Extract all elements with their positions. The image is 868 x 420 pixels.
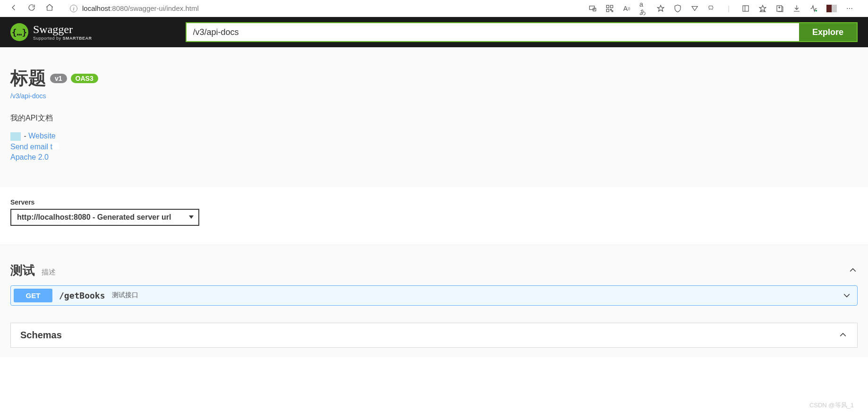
operation-path: /getBooks [59, 291, 105, 300]
favorites-list-icon[interactable] [758, 4, 767, 13]
license-link[interactable]: Apache 2.0 [10, 153, 49, 161]
swagger-logo[interactable]: {…} Swagger Supported by SMARTBEAR [10, 23, 92, 41]
svg-rect-4 [606, 9, 609, 11]
puzzle-icon[interactable] [707, 4, 716, 13]
schemas-section: Schemas [0, 323, 868, 357]
svg-rect-7 [743, 6, 749, 11]
info-section: 标题 v1 OAS3 /v3/api-docs 我的API文档 - Websit… [0, 47, 868, 187]
device-icon[interactable] [588, 4, 597, 13]
swagger-logo-sub: Supported by SMARTBEAR [33, 36, 92, 41]
v-icon[interactable] [690, 4, 699, 13]
collections-icon[interactable] [775, 4, 784, 13]
more-icon[interactable]: ⋯ [845, 4, 854, 13]
svg-rect-3 [611, 5, 613, 8]
shield-icon[interactable] [673, 4, 682, 13]
svg-point-13 [815, 9, 817, 11]
tag-header[interactable]: 测试 描述 [10, 262, 858, 279]
url-text: localhost:8080/swagger-ui/index.html [82, 4, 199, 12]
read-aloud-icon[interactable]: A)) [622, 4, 631, 13]
explore-form: Explore [186, 22, 858, 42]
operations-section: 测试 描述 GET /getBooks 测试接口 [0, 245, 868, 323]
website-link[interactable]: Website [28, 132, 56, 140]
browser-toolbar: i localhost:8080/swagger-ui/index.html A… [0, 0, 868, 17]
site-info-icon[interactable]: i [70, 5, 77, 12]
api-docs-link[interactable]: /v3/api-docs [10, 92, 46, 100]
svg-rect-2 [606, 5, 609, 8]
sidebar-icon[interactable] [741, 4, 750, 13]
swagger-logo-text: Swagger [33, 24, 92, 35]
profile-icon[interactable] [826, 5, 837, 12]
svg-rect-6 [612, 10, 613, 11]
schemas-title: Schemas [20, 330, 62, 341]
oas-badge: OAS3 [71, 74, 98, 83]
http-method-badge: GET [14, 289, 52, 302]
spec-url-input[interactable] [186, 22, 799, 42]
qr-icon[interactable] [605, 4, 614, 13]
performance-icon[interactable] [809, 4, 818, 13]
address-bar[interactable]: i localhost:8080/swagger-ui/index.html [60, 4, 582, 12]
tag-description: 描述 [42, 268, 56, 277]
favorite-icon[interactable] [656, 4, 665, 13]
translate-icon[interactable]: aあ [639, 4, 648, 13]
chevron-down-icon [842, 291, 851, 300]
servers-label: Servers [10, 198, 858, 206]
back-icon[interactable] [9, 3, 18, 14]
toolbar-right-icons: A)) aあ | ⋯ [588, 4, 863, 13]
svg-rect-0 [589, 6, 595, 9]
server-select[interactable]: http://localhost:8080 - Generated server… [10, 209, 199, 226]
refresh-icon[interactable] [27, 3, 36, 14]
swagger-topbar: {…} Swagger Supported by SMARTBEAR Explo… [0, 17, 868, 47]
api-description: 我的API文档 [10, 113, 858, 123]
svg-rect-5 [611, 9, 612, 10]
chevron-up-icon [838, 330, 848, 340]
download-icon[interactable] [792, 4, 801, 13]
operation-get-getbooks[interactable]: GET /getBooks 测试接口 [10, 285, 858, 306]
home-icon[interactable] [45, 3, 54, 14]
chevron-up-icon [848, 266, 858, 275]
explore-button[interactable]: Explore [799, 22, 858, 42]
info-links: - Website Send email t Apache 2.0 [10, 132, 858, 162]
swagger-logo-icon: {…} [10, 23, 28, 41]
schemas-header[interactable]: Schemas [10, 323, 858, 348]
email-link[interactable]: Send email t [10, 143, 52, 151]
nav-icon-group [5, 3, 54, 14]
version-badge: v1 [50, 74, 67, 83]
tag-name: 测试 [10, 262, 35, 279]
operation-summary: 测试接口 [112, 291, 138, 300]
servers-section: Servers http://localhost:8080 - Generate… [0, 187, 868, 245]
redact-block [10, 132, 21, 141]
api-title: 标题 [10, 66, 46, 90]
